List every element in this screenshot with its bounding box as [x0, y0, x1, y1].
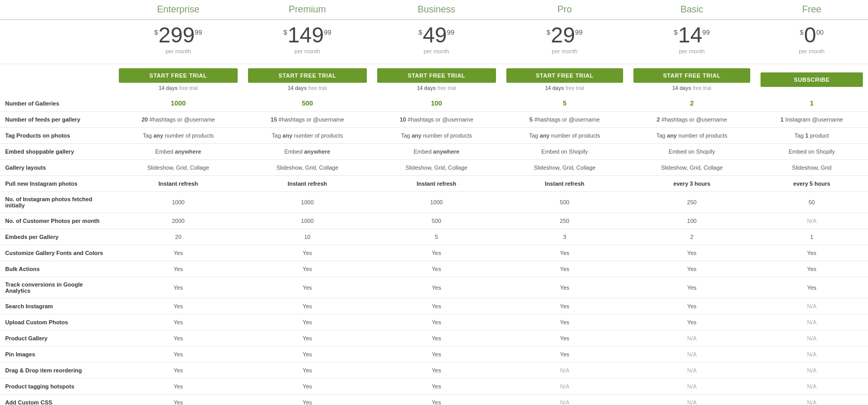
feature-value-18-5: N/A — [755, 395, 868, 406]
feature-highlight-val: 100 — [431, 99, 442, 107]
feature-text-val: Yes — [560, 303, 569, 309]
feature-text-val: Yes — [432, 335, 441, 341]
feature-value-18-2: Yes — [372, 395, 501, 406]
cta-button-basic[interactable]: START FREE TRIAL — [633, 68, 750, 83]
feature-label-17: Product tagging hotspots — [0, 379, 114, 395]
feature-value-14-2: Yes — [372, 331, 501, 347]
per-month-pro: per month — [506, 48, 623, 54]
feature-label-7: No. of Customer Photos per month — [0, 213, 114, 229]
feature-value-9-4: Yes — [628, 245, 755, 261]
feature-bold-val: every 5 hours — [793, 181, 830, 187]
feature-row: Embed shoppable galleryEmbed anywhereEmb… — [0, 144, 868, 160]
feature-value-11-4: Yes — [628, 277, 755, 298]
feature-text-val: Yes — [303, 284, 312, 291]
feature-text-val: 500 — [560, 199, 569, 205]
feature-value-7-0: 2000 — [114, 213, 243, 229]
feature-value-17-0: Yes — [114, 379, 243, 395]
feature-text-val: Yes — [432, 266, 441, 272]
feature-label-6: No. of Instagram photos fetched initiall… — [0, 192, 114, 213]
feature-value-9-3: Yes — [501, 245, 628, 261]
feature-value-5-2: Instant refresh — [372, 176, 501, 192]
feature-text-val: Tag any number of products — [529, 132, 600, 139]
feature-value-12-2: Yes — [372, 298, 501, 314]
feature-bold-val: Instant refresh — [417, 181, 456, 187]
feature-row: No. of Customer Photos per month20001000… — [0, 213, 868, 229]
feature-label-12: Search Instagram — [0, 298, 114, 314]
feature-label-16: Drag & Drop item reordering — [0, 363, 114, 379]
trial-text-premium: 14 days free trial — [248, 85, 367, 91]
feature-value-2-0: Tag any number of products — [114, 128, 243, 144]
feature-text-val: Yes — [303, 335, 312, 341]
cta-button-enterprise[interactable]: START FREE TRIAL — [119, 68, 238, 83]
feature-text-val: Yes — [303, 319, 312, 325]
plan-header-business: Business — [372, 0, 501, 20]
price-display-pro: $ 29 99 — [506, 24, 623, 46]
price-dollar-business: $ — [419, 28, 422, 36]
feature-value-13-3: Yes — [501, 314, 628, 331]
feature-value-5-3: Instant refresh — [501, 176, 628, 192]
feature-value-13-5: N/A — [755, 314, 868, 331]
feature-text-val: Yes — [687, 284, 696, 291]
btn-cell-free: SUBSCRIBE — [755, 64, 868, 96]
price-cell-basic: $ 14 99 per month — [628, 20, 755, 64]
feature-text-val: Yes — [174, 319, 183, 325]
feature-value-3-1: Embed anywhere — [243, 144, 372, 160]
feature-row: Number of feeds per gallery20 #hashtags … — [0, 112, 868, 128]
feature-highlight-val: 2 — [690, 99, 693, 107]
feature-bold-val: Instant refresh — [288, 181, 327, 187]
na-indicator: N/A — [807, 399, 816, 405]
per-month-free: per month — [761, 48, 863, 54]
feature-value-8-3: 3 — [501, 229, 628, 245]
feature-text-val: Tag 1 product — [795, 132, 829, 139]
price-empty-cell — [0, 20, 114, 64]
price-display-premium: $ 149 99 — [248, 24, 367, 46]
na-indicator: N/A — [687, 383, 696, 389]
cta-button-pro[interactable]: START FREE TRIAL — [506, 68, 623, 83]
feature-text-val: Slideshow, Grid — [792, 164, 831, 171]
feature-text-val: Yes — [174, 367, 183, 373]
feature-row: Drag & Drop item reorderingYesYesYesN/AN… — [0, 363, 868, 379]
trial-text-business: 14 days free trial — [377, 85, 496, 91]
feature-row: No. of Instagram photos fetched initiall… — [0, 192, 868, 213]
plan-header-pro: Pro — [501, 0, 628, 20]
price-cell-free: $ 0 00 per month — [755, 20, 868, 64]
feature-row: Bulk ActionsYesYesYesYesYesYes — [0, 261, 868, 277]
plan-header-enterprise: Enterprise — [114, 0, 243, 20]
trial-text-enterprise: 14 days free trial — [119, 85, 238, 91]
feature-row: Add Custom CSSYesYesYesN/AN/AN/A — [0, 395, 868, 406]
btn-cell-business: START FREE TRIAL 14 days free trial — [372, 64, 501, 96]
feature-value-14-3: Yes — [501, 331, 628, 347]
feature-value-10-3: Yes — [501, 261, 628, 277]
feature-text-val: Tag any number of products — [656, 132, 727, 139]
feature-text-val: Yes — [174, 250, 183, 256]
feature-row: Gallery layoutsSlideshow, Grid, CollageS… — [0, 160, 868, 176]
feature-value-8-1: 10 — [243, 229, 372, 245]
cta-button-premium[interactable]: START FREE TRIAL — [248, 68, 367, 83]
feature-value-0-2: 100 — [372, 95, 501, 112]
feature-value-9-2: Yes — [372, 245, 501, 261]
cta-button-business[interactable]: START FREE TRIAL — [377, 68, 496, 83]
feature-value-1-2: 10 #hashtags or @username — [372, 112, 501, 128]
price-cell-enterprise: $ 299 99 per month — [114, 20, 243, 64]
feature-text-val: Yes — [174, 351, 183, 357]
price-cents-premium: 99 — [324, 28, 331, 36]
feature-value-10-5: Yes — [755, 261, 868, 277]
feature-value-0-5: 1 — [755, 95, 868, 112]
feature-value-16-3: N/A — [501, 363, 628, 379]
button-empty-cell — [0, 64, 114, 96]
feature-text-val: Yes — [174, 383, 183, 389]
cta-button-free[interactable]: SUBSCRIBE — [761, 72, 863, 87]
feature-text-val: Yes — [174, 284, 183, 291]
feature-value-11-2: Yes — [372, 277, 501, 298]
feature-bold-val: Instant refresh — [545, 181, 584, 187]
feature-text-val: Yes — [560, 284, 569, 291]
feature-value-1-4: 2 #hashtags or @username — [628, 112, 755, 128]
feature-value-10-1: Yes — [243, 261, 372, 277]
feature-value-10-4: Yes — [628, 261, 755, 277]
per-month-basic: per month — [633, 48, 750, 54]
feature-text-val: 2000 — [172, 218, 184, 224]
feature-text-val: Tag any number of products — [272, 132, 343, 139]
feature-text-val: 15 #hashtags or @username — [271, 116, 344, 123]
feature-text-val: Tag any number of products — [401, 132, 472, 139]
feature-value-11-5: Yes — [755, 277, 868, 298]
